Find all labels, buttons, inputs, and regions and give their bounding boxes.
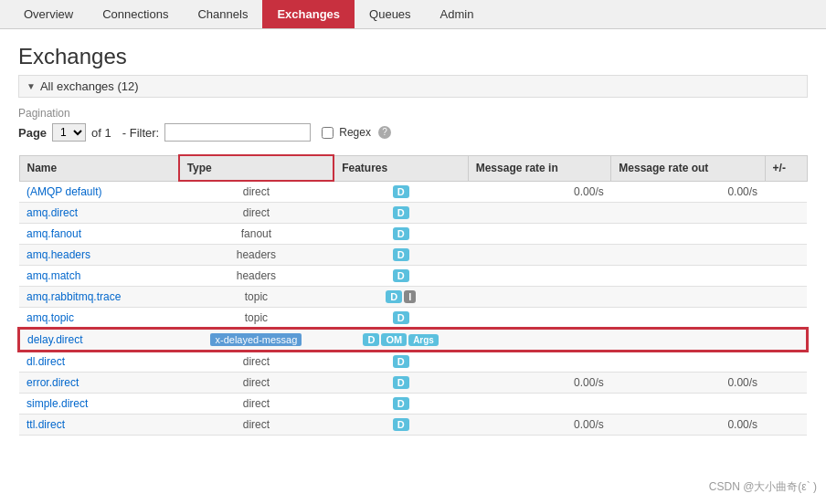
table-row: (AMQP default)directD0.00/s0.00/s xyxy=(19,181,807,203)
exchange-plusminus xyxy=(765,415,807,436)
page-select[interactable]: 1 xyxy=(52,123,86,142)
table-row: amq.matchheadersD xyxy=(19,266,807,287)
exchange-name[interactable]: dl.direct xyxy=(19,351,179,373)
exchange-rate-out xyxy=(611,329,765,351)
exchange-rate-in: 0.00/s xyxy=(468,181,611,203)
col-rate-out: Message rate out xyxy=(611,155,765,181)
section-label: All exchanges (12) xyxy=(40,79,139,93)
nav-item-queues[interactable]: Queues xyxy=(355,0,426,28)
exchange-plusminus xyxy=(765,287,807,308)
exchange-plusminus xyxy=(765,373,807,394)
exchange-rate-in xyxy=(468,224,611,245)
exchange-rate-out xyxy=(611,203,765,224)
exchange-type: direct xyxy=(179,373,334,394)
exchange-rate-out: 0.00/s xyxy=(611,415,765,436)
exchange-name[interactable]: error.direct xyxy=(19,373,179,394)
exchange-type: direct xyxy=(179,351,334,373)
exchange-name[interactable]: amq.match xyxy=(19,266,179,287)
exchange-features: D xyxy=(334,373,468,394)
exchange-plusminus xyxy=(765,203,807,224)
filter-input[interactable] xyxy=(164,123,311,142)
exchange-name[interactable]: (AMQP default) xyxy=(19,181,179,203)
exchange-plusminus xyxy=(765,266,807,287)
help-icon[interactable]: ? xyxy=(378,126,391,139)
exchange-features: D xyxy=(334,181,468,203)
exchange-plusminus xyxy=(765,308,807,330)
exchange-type: x-delayed-messag xyxy=(179,329,334,351)
page-label: Page xyxy=(18,126,47,140)
nav-item-exchanges[interactable]: Exchanges xyxy=(262,0,355,28)
exchange-plusminus xyxy=(765,245,807,266)
exchange-name[interactable]: ttl.direct xyxy=(19,415,179,436)
exchange-rate-in: 0.00/s xyxy=(468,415,611,436)
regex-checkbox[interactable] xyxy=(322,127,334,139)
exchange-name[interactable]: amq.headers xyxy=(19,245,179,266)
col-features: Features xyxy=(334,155,468,181)
table-header-row: Name Type Features Message rate in Messa… xyxy=(19,155,807,181)
exchange-rate-in xyxy=(468,394,611,415)
col-name: Name xyxy=(19,155,179,181)
exchange-rate-out: 0.00/s xyxy=(611,373,765,394)
arrow-icon: ▼ xyxy=(26,81,36,91)
nav-item-overview[interactable]: Overview xyxy=(9,0,88,28)
exchange-rate-in xyxy=(468,203,611,224)
exchange-rate-out xyxy=(611,245,765,266)
table-row: error.directdirectD0.00/s0.00/s xyxy=(19,373,807,394)
col-plusminus: +/- xyxy=(765,155,807,181)
pagination-row: Page 1 of 1 - Filter: Regex ? xyxy=(18,123,808,142)
exchange-rate-out xyxy=(611,394,765,415)
exchanges-table: Name Type Features Message rate in Messa… xyxy=(18,154,808,436)
exchange-rate-in xyxy=(468,287,611,308)
exchange-plusminus xyxy=(765,181,807,203)
exchange-type: direct xyxy=(179,181,334,203)
exchange-type: topic xyxy=(179,287,334,308)
exchange-plusminus xyxy=(765,394,807,415)
exchange-plusminus xyxy=(765,329,807,351)
exchange-type: direct xyxy=(179,203,334,224)
exchange-rate-out xyxy=(611,308,765,330)
exchange-features: D xyxy=(334,415,468,436)
exchange-name[interactable]: delay.direct xyxy=(19,329,179,351)
exchange-rate-out: 0.00/s xyxy=(611,181,765,203)
col-type: Type xyxy=(179,155,334,181)
exchange-name[interactable]: simple.direct xyxy=(19,394,179,415)
exchange-rate-in: 0.00/s xyxy=(468,373,611,394)
exchange-features: D xyxy=(334,224,468,245)
table-row: amq.fanoutfanoutD xyxy=(19,224,807,245)
nav-item-connections[interactable]: Connections xyxy=(88,0,183,28)
page-title: Exchanges xyxy=(18,44,808,69)
section-header: ▼ All exchanges (12) xyxy=(18,75,808,98)
col-rate-in: Message rate in xyxy=(468,155,611,181)
exchange-rate-in xyxy=(468,266,611,287)
exchange-name[interactable]: amq.fanout xyxy=(19,224,179,245)
top-navigation: OverviewConnectionsChannelsExchangesQueu… xyxy=(0,0,826,29)
main-content: Exchanges ▼ All exchanges (12) Paginatio… xyxy=(0,29,826,450)
exchange-features: D xyxy=(334,245,468,266)
exchange-rate-out xyxy=(611,266,765,287)
exchange-name[interactable]: amq.rabbitmq.trace xyxy=(19,287,179,308)
exchange-features: DOMArgs xyxy=(334,329,468,351)
exchange-type: direct xyxy=(179,394,334,415)
exchange-features: D xyxy=(334,266,468,287)
filter-label: - Filter: xyxy=(122,126,159,140)
exchange-type: topic xyxy=(179,308,334,330)
nav-item-admin[interactable]: Admin xyxy=(426,0,489,28)
table-row: dl.directdirectD xyxy=(19,351,807,373)
table-row: delay.directx-delayed-messagDOMArgs xyxy=(19,329,807,351)
exchange-name[interactable]: amq.direct xyxy=(19,203,179,224)
table-row: simple.directdirectD xyxy=(19,394,807,415)
pagination-label: Pagination xyxy=(18,107,808,120)
table-row: amq.rabbitmq.tracetopicDI xyxy=(19,287,807,308)
exchange-name[interactable]: amq.topic xyxy=(19,308,179,330)
of-text: of 1 xyxy=(91,126,111,140)
exchange-rate-out xyxy=(611,351,765,373)
exchange-features: D xyxy=(334,308,468,330)
exchange-features: D xyxy=(334,351,468,373)
table-row: amq.directdirectD xyxy=(19,203,807,224)
table-row: ttl.directdirectD0.00/s0.00/s xyxy=(19,415,807,436)
exchange-type: headers xyxy=(179,266,334,287)
exchange-type: headers xyxy=(179,245,334,266)
nav-item-channels[interactable]: Channels xyxy=(183,0,262,28)
exchange-features: DI xyxy=(334,287,468,308)
exchange-rate-in xyxy=(468,308,611,330)
